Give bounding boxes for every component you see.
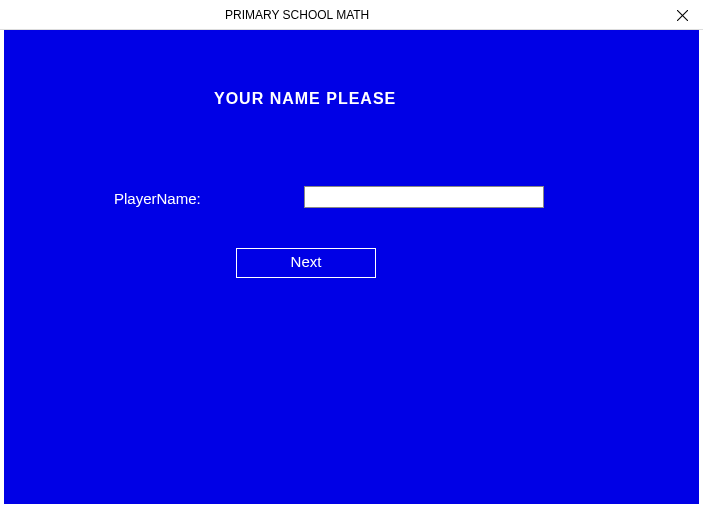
next-button[interactable]: Next [236,248,376,278]
titlebar: PRIMARY SCHOOL MATH [0,0,703,30]
player-name-label: PlayerName: [114,190,201,207]
window-title: PRIMARY SCHOOL MATH [225,8,369,22]
player-name-input[interactable] [304,186,544,208]
close-icon [677,10,688,21]
close-button[interactable] [673,6,691,24]
form-heading: YOUR NAME PLEASE [214,90,396,108]
client-area: YOUR NAME PLEASE PlayerName: Next [4,30,699,504]
